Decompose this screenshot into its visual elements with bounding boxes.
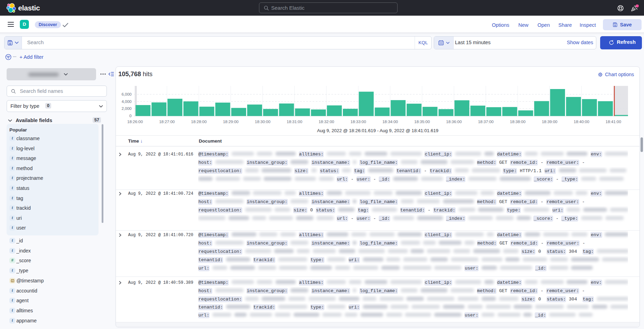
svg-text:18:32:00: 18:32:00 bbox=[319, 120, 334, 124]
svg-text:2,000: 2,000 bbox=[121, 106, 132, 111]
svg-text:18:26:00: 18:26:00 bbox=[127, 120, 143, 124]
svg-text:18:28:00: 18:28:00 bbox=[191, 120, 207, 124]
svg-text:18:39:00: 18:39:00 bbox=[542, 120, 557, 124]
svg-text:18:37:00: 18:37:00 bbox=[478, 120, 494, 124]
svg-text:18:36:00: 18:36:00 bbox=[446, 120, 462, 124]
svg-text:18:35:00: 18:35:00 bbox=[414, 120, 430, 124]
svg-text:18:33:00: 18:33:00 bbox=[351, 120, 366, 124]
svg-text:18:27:00: 18:27:00 bbox=[159, 120, 175, 124]
svg-text:18:41:00: 18:41:00 bbox=[606, 120, 621, 124]
svg-text:18:40:00: 18:40:00 bbox=[574, 120, 589, 124]
svg-text:18:29:00: 18:29:00 bbox=[223, 120, 238, 124]
svg-text:4,000: 4,000 bbox=[121, 99, 132, 104]
svg-text:0: 0 bbox=[129, 114, 132, 118]
svg-text:6,000: 6,000 bbox=[121, 92, 132, 96]
svg-text:18:34:00: 18:34:00 bbox=[382, 120, 398, 124]
svg-text:18:31:00: 18:31:00 bbox=[287, 120, 303, 124]
svg-text:18:38:00: 18:38:00 bbox=[510, 120, 526, 124]
svg-text:18:30:00: 18:30:00 bbox=[255, 120, 270, 124]
